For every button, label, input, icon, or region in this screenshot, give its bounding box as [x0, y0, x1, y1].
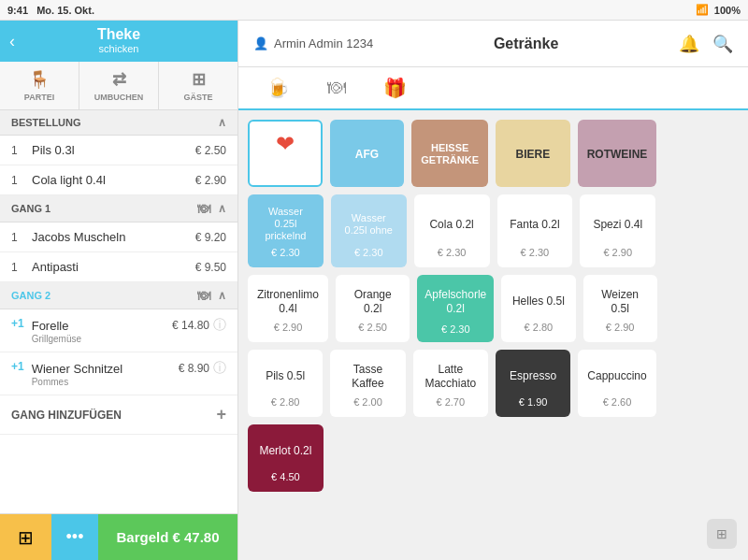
product-latte-macchiato[interactable]: Latte Macchiato € 2.70 [413, 350, 488, 417]
product-price: € 2.30 [271, 247, 300, 258]
home-button[interactable]: ⊞ [0, 514, 51, 561]
plus-icon: + [216, 405, 226, 424]
product-wasser-prickelnd[interactable]: Wasser 0.25l prickelnd € 2.30 [248, 194, 324, 267]
product-tasse-kaffee[interactable]: Tasse Kaffee € 2.00 [330, 350, 405, 417]
page-title: Getränke [384, 36, 668, 52]
empty-cell [414, 424, 490, 492]
list-item[interactable]: 1 Antipasti € 9.50 [0, 252, 237, 282]
products-area: ❤ AFG HEISSE GETRÄNKE BIERE ROTWEINE [238, 110, 748, 560]
item-name: Wiener Schnitzel [32, 362, 179, 376]
product-name: Pils 0.5l [266, 361, 305, 393]
list-item[interactable]: +1 Forelle € 14.80 ⓘ Grillgemüse [0, 309, 237, 352]
product-price: € 2.80 [271, 396, 300, 408]
product-name: Apfelschorle 0.2l [424, 284, 486, 320]
product-cola[interactable]: Cola 0.2l € 2.30 [414, 194, 490, 267]
empty-cell [331, 424, 407, 492]
empty-cell [664, 120, 739, 187]
folder-biere[interactable]: BIERE [496, 120, 570, 187]
product-price: € 2.30 [438, 247, 467, 258]
product-name: Fanta 0.2l [510, 206, 559, 243]
dots-button[interactable]: ••• [51, 514, 98, 561]
product-espresso[interactable]: Espresso € 1.90 [496, 350, 570, 417]
dish-icon: 🍽 [197, 201, 210, 216]
product-orange[interactable]: Orange 0.2l € 2.50 [336, 275, 410, 342]
cat-tab-gifts[interactable]: 🎁 [365, 67, 425, 108]
right-header: 👤 Armin Admin 1234 Getränke 🔔 🔍 [238, 21, 748, 67]
product-helles[interactable]: Helles 0.5l € 2.80 [501, 275, 575, 342]
product-name: Cola 0.2l [429, 206, 473, 243]
products-row-5: Merlot 0.2l € 4.50 [248, 424, 739, 492]
product-price: € 4.50 [271, 471, 300, 482]
cat-tab-food[interactable]: 🍽 [309, 67, 365, 108]
product-pils[interactable]: Pils 0.5l € 2.80 [248, 350, 323, 417]
product-fanta[interactable]: Fanta 0.2l € 2.30 [497, 194, 573, 267]
products-row-4: Pils 0.5l € 2.80 Tasse Kaffee € 2.00 Lat… [248, 350, 739, 417]
product-price: € 2.50 [358, 322, 387, 333]
item-price: € 14.80 [172, 319, 209, 332]
folder-favorites[interactable]: ❤ [248, 120, 323, 187]
products-row-2: Wasser 0.25l prickelnd € 2.30 Wasser 0.2… [248, 194, 739, 267]
item-price: € 9.20 [195, 231, 226, 244]
product-weizen[interactable]: Weizen 0.5l € 2.90 [583, 275, 657, 342]
total-button[interactable]: Bargeld € 47.80 [98, 514, 237, 561]
cat-tab-drinks[interactable]: 🍺 [248, 67, 309, 110]
category-row: ❤ AFG HEISSE GETRÄNKE BIERE ROTWEINE [248, 120, 739, 187]
status-bar: 9:41 Mo. 15. Okt. 📶 100% [0, 0, 748, 21]
product-name: Helles 0.5l [512, 286, 565, 318]
item-name: Cola light 0.4l [32, 173, 195, 187]
gang1-header: GANG 1 🍽 ∧ [0, 195, 237, 223]
bestellung-label: BESTELLUNG [11, 117, 81, 128]
folder-heisse-getraenke[interactable]: HEISSE GETRÄNKE [411, 120, 488, 187]
product-name: Spezi 0.4l [593, 206, 642, 243]
tab-umbuchen[interactable]: ⇄ UMBUCHEN [79, 62, 159, 109]
product-name: Tasse Kaffee [339, 361, 396, 393]
product-wasser-ohne[interactable]: Wasser 0.25l ohne € 2.30 [331, 194, 407, 267]
item-qty: 1 [11, 174, 24, 187]
folder-heisse-label: HEISSE GETRÄNKE [421, 131, 479, 178]
list-item[interactable]: +1 Wiener Schnitzel € 8.90 ⓘ Pommes [0, 352, 237, 395]
product-merlot[interactable]: Merlot 0.2l € 4.50 [248, 424, 324, 492]
sidebar-subtitle: schicken [0, 43, 237, 54]
folder-rotweine[interactable]: ROTWEINE [578, 120, 657, 187]
grid-view-button[interactable]: ⊞ [707, 519, 737, 549]
list-item[interactable]: 1 Cola light 0.4l € 2.90 [0, 165, 237, 195]
product-name: Weizen 0.5l [593, 286, 648, 318]
tab-partei[interactable]: 🪑 PARTEI [0, 62, 79, 109]
product-cappuccino[interactable]: Cappuccino € 2.60 [578, 350, 655, 417]
product-name: Latte Macchiato [423, 361, 479, 393]
back-button[interactable]: ‹ [9, 32, 15, 51]
folder-biere-label: BIERE [516, 131, 551, 178]
folder-afg[interactable]: AFG [330, 120, 405, 187]
product-name: Wasser 0.25l ohne [340, 206, 397, 243]
wifi-icon: 📶 [696, 4, 709, 16]
list-item[interactable]: 1 Jacobs Muscheln € 9.20 [0, 223, 237, 252]
partei-icon: 🪑 [29, 69, 50, 90]
sidebar: ‹ Theke schicken 🪑 PARTEI ⇄ UMBUCHEN ⊞ G… [0, 21, 238, 560]
battery-label: 100% [714, 5, 741, 16]
user-label: Armin Admin 1234 [274, 36, 373, 50]
add-gang-button[interactable]: GANG HINZUFÜGEN + [0, 395, 237, 435]
tab-gaeste[interactable]: ⊞ GÄSTE [159, 62, 237, 109]
sidebar-header: ‹ Theke schicken [0, 21, 237, 62]
empty-cell [664, 350, 739, 417]
product-apfelschorle[interactable]: Apfelschorle 0.2l € 2.30 [417, 275, 494, 342]
folder-afg-label: AFG [355, 131, 379, 178]
product-price: € 2.90 [603, 247, 632, 258]
status-right: 📶 100% [696, 4, 741, 16]
main-layout: ‹ Theke schicken 🪑 PARTEI ⇄ UMBUCHEN ⊞ G… [0, 21, 748, 560]
product-zitronenlimo[interactable]: Zitronenlimo 0.4l € 2.90 [248, 275, 328, 342]
info-icon[interactable]: ⓘ [213, 317, 226, 334]
sidebar-tabs: 🪑 PARTEI ⇄ UMBUCHEN ⊞ GÄSTE [0, 62, 237, 110]
product-spezi[interactable]: Spezi 0.4l € 2.90 [580, 194, 655, 267]
bell-icon[interactable]: 🔔 [679, 34, 699, 54]
product-price: € 2.00 [353, 396, 382, 408]
drinks-icon: 🍺 [266, 78, 290, 98]
search-icon[interactable]: 🔍 [712, 34, 733, 54]
info-icon[interactable]: ⓘ [213, 360, 226, 377]
list-item[interactable]: 1 Pils 0.3l € 2.50 [0, 136, 237, 165]
header-icons: 🔔 🔍 [679, 34, 733, 54]
product-price: € 2.30 [441, 323, 470, 335]
tab-gaeste-label: GÄSTE [183, 93, 212, 102]
user-icon: 👤 [253, 36, 268, 50]
item-sub: Grillgemüse [32, 334, 226, 344]
